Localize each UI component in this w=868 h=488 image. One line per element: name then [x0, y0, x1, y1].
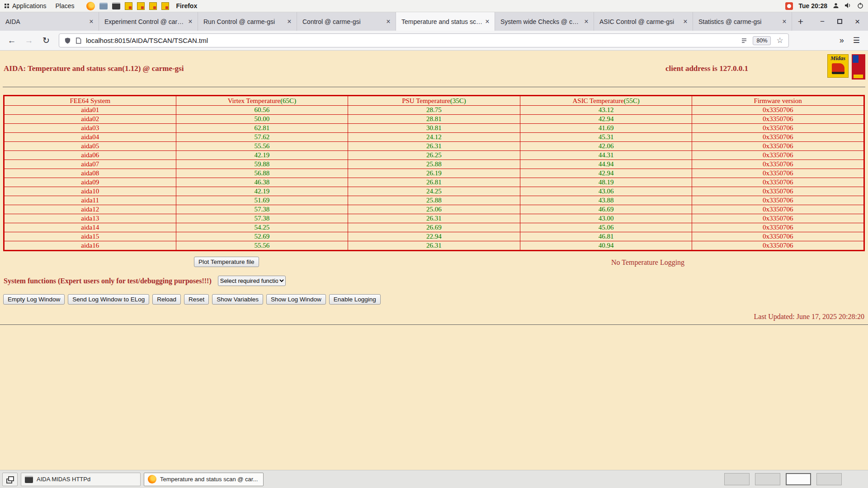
cell-psu: 25.88 — [348, 160, 520, 169]
show-desktop-button[interactable] — [2, 473, 18, 486]
midas-app-icon[interactable] — [149, 2, 157, 10]
cell-firmware: 0x3350706 — [692, 241, 864, 251]
function-select[interactable]: Select required function — [218, 276, 286, 286]
tab-close-icon[interactable]: × — [582, 17, 591, 26]
topbar-status-area: Tue 20:28 — [785, 2, 868, 10]
tab-close-icon[interactable]: × — [681, 17, 690, 26]
maximize-button[interactable] — [837, 19, 842, 24]
tab-close-icon[interactable]: × — [384, 17, 393, 26]
workspace-2[interactable] — [755, 473, 780, 485]
midas-logo: Midas — [827, 54, 849, 78]
tab-close-icon[interactable]: × — [780, 17, 789, 26]
table-row: aida0250.0028.8142.940x3350706 — [4, 115, 864, 124]
tab-title: Control @ carme-gsi — [302, 18, 384, 25]
cell-virtex: 62.81 — [176, 124, 348, 133]
volume-icon[interactable] — [844, 2, 852, 10]
midas-app-icon[interactable] — [161, 2, 169, 10]
show-variables-button[interactable]: Show Variables — [212, 294, 263, 305]
tab-title: Run Control @ carme-gsi — [203, 18, 285, 25]
tab-experiment-control[interactable]: Experiment Control @ carme-gsi × — [99, 12, 198, 31]
firefox-icon[interactable] — [86, 2, 95, 10]
cell-virtex: 57.38 — [176, 205, 348, 214]
cell-virtex: 51.69 — [176, 196, 348, 205]
focused-app-label[interactable]: Firefox — [176, 2, 198, 9]
cell-firmware: 0x3350706 — [692, 214, 864, 223]
tab-close-icon[interactable]: × — [285, 17, 294, 26]
power-icon[interactable] — [857, 2, 863, 10]
workspace-4[interactable] — [816, 473, 842, 485]
system-top-bar: Applications Places Firefox Tue 20:28 — [0, 0, 868, 12]
temperature-table: FEE64 System Virtex Temperature(65C) PSU… — [3, 95, 865, 251]
tab-statistics[interactable]: Statistics @ carme-gsi × — [693, 12, 792, 31]
hamburger-menu-icon[interactable]: ☰ — [853, 36, 860, 45]
tab-control[interactable]: Control @ carme-gsi × — [297, 12, 396, 31]
page-content: AIDA: Temperature and status scan(1.12) … — [0, 51, 868, 470]
forward-button[interactable]: → — [22, 33, 36, 48]
bookmark-star-icon[interactable]: ☆ — [776, 36, 783, 45]
tab-asic-control[interactable]: ASIC Control @ carme-gsi × — [594, 12, 693, 31]
cell-virtex: 57.38 — [176, 214, 348, 223]
shield-icon[interactable] — [64, 37, 71, 44]
taskbar-item-label: Temperature and status scan @ car... — [160, 476, 258, 483]
applications-menu[interactable]: Applications — [0, 0, 51, 12]
new-tab-button[interactable]: + — [792, 12, 809, 31]
cell-asic: 46.69 — [520, 205, 692, 214]
reload-page-button[interactable]: Reload — [152, 294, 181, 305]
back-button[interactable]: ← — [5, 33, 19, 48]
workspace-1[interactable] — [724, 473, 750, 485]
terminal-icon[interactable] — [112, 2, 120, 9]
show-log-window-button[interactable]: Show Log Window — [266, 294, 326, 305]
cell-fee64: aida03 — [4, 124, 176, 133]
zoom-level-badge[interactable]: 80% — [753, 36, 771, 45]
table-row: aida1257.3825.0646.690x3350706 — [4, 205, 864, 214]
taskbar-item-httpd[interactable]: AIDA MIDAS HTTPd — [21, 473, 141, 486]
page-info-icon[interactable] — [75, 37, 81, 44]
plot-temperature-button[interactable]: Plot Temperature file — [194, 257, 259, 267]
cell-fee64: aida04 — [4, 133, 176, 142]
reset-button[interactable]: Reset — [184, 294, 209, 305]
cell-virtex: 55.56 — [176, 142, 348, 151]
table-row: aida0642.1926.2544.310x3350706 — [4, 151, 864, 160]
windows-icon — [6, 476, 14, 483]
midas-app-icon[interactable] — [137, 2, 145, 10]
tab-temperature-scan[interactable]: Temperature and status scan @ carme-gsi … — [396, 12, 495, 31]
cell-asic: 48.19 — [520, 178, 692, 187]
reader-mode-icon[interactable] — [741, 38, 747, 44]
reload-button[interactable]: ↻ — [39, 33, 53, 48]
logos: Midas — [827, 54, 865, 80]
user-icon[interactable] — [833, 2, 839, 10]
enable-logging-button[interactable]: Enable Logging — [329, 294, 381, 305]
tab-aida[interactable]: AIDA × — [0, 12, 99, 31]
clock[interactable]: Tue 20:28 — [798, 2, 827, 9]
workspace-3[interactable] — [786, 473, 811, 485]
cell-virtex: 57.62 — [176, 133, 348, 142]
taskbar-item-firefox[interactable]: Temperature and status scan @ car... — [144, 473, 264, 486]
cell-psu: 30.81 — [348, 124, 520, 133]
window-close-button[interactable]: × — [855, 17, 860, 27]
cell-firmware: 0x3350706 — [692, 106, 864, 115]
tab-close-icon[interactable]: × — [87, 17, 96, 26]
taskbar-item-label: AIDA MIDAS HTTPd — [37, 476, 90, 483]
cell-firmware: 0x3350706 — [692, 232, 864, 241]
overflow-menu-icon[interactable]: » — [840, 36, 844, 45]
empty-log-window-button[interactable]: Empty Log Window — [3, 294, 65, 305]
applications-grid-icon — [5, 4, 6, 5]
url-path: /AIDA/TSCAN/TSCAN.tml — [130, 37, 208, 44]
cell-psu: 26.31 — [348, 214, 520, 223]
places-menu[interactable]: Places — [51, 0, 79, 12]
screen-record-indicator-icon[interactable] — [785, 2, 793, 10]
applications-label: Applications — [12, 2, 47, 9]
cell-virtex: 46.38 — [176, 178, 348, 187]
system-functions-row: System functions (Expert users only for … — [0, 276, 868, 286]
send-log-to-elog-button[interactable]: Send Log Window to ELog — [68, 294, 149, 305]
files-icon[interactable] — [99, 3, 108, 9]
tab-close-icon[interactable]: × — [186, 17, 195, 26]
cell-fee64: aida15 — [4, 232, 176, 241]
cell-psu: 26.31 — [348, 142, 520, 151]
minimize-button[interactable]: − — [820, 17, 825, 26]
tab-run-control[interactable]: Run Control @ carme-gsi × — [198, 12, 297, 31]
tab-system-checks[interactable]: System wide Checks @ carme-gsi × — [495, 12, 594, 31]
url-bar[interactable]: localhost:8015/AIDA/TSCAN/TSCAN.tml 80% … — [59, 33, 789, 47]
tab-close-icon[interactable]: × — [483, 17, 492, 26]
midas-app-icon[interactable] — [125, 2, 132, 10]
